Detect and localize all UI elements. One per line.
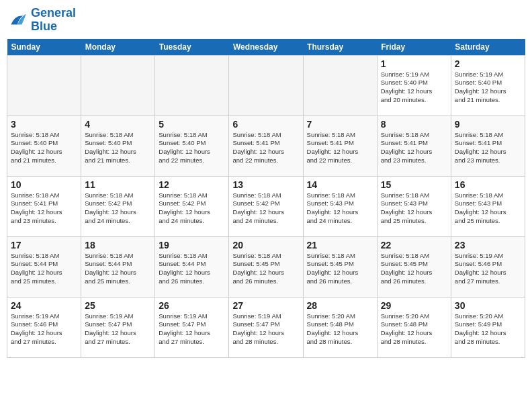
day-info: Sunrise: 5:18 AM Sunset: 5:44 PM Dayligh… [85,252,151,286]
day-number: 26 [159,300,225,311]
day-number: 22 [381,240,447,250]
day-cell: 12Sunrise: 5:18 AM Sunset: 5:42 PM Dayli… [155,176,229,236]
day-cell: 18Sunrise: 5:18 AM Sunset: 5:44 PM Dayli… [81,236,155,297]
day-cell: 26Sunrise: 5:19 AM Sunset: 5:47 PM Dayli… [155,297,229,357]
weekday-header-tuesday: Tuesday [155,39,229,56]
day-info: Sunrise: 5:20 AM Sunset: 5:48 PM Dayligh… [381,312,447,347]
day-info: Sunrise: 5:18 AM Sunset: 5:40 PM Dayligh… [85,131,151,165]
day-number: 19 [159,240,225,250]
day-cell: 2Sunrise: 5:19 AM Sunset: 5:40 PM Daylig… [451,55,525,116]
day-cell: 16Sunrise: 5:18 AM Sunset: 5:43 PM Dayli… [451,176,525,236]
day-info: Sunrise: 5:18 AM Sunset: 5:41 PM Dayligh… [307,131,373,165]
day-cell: 20Sunrise: 5:18 AM Sunset: 5:45 PM Dayli… [229,236,303,297]
day-info: Sunrise: 5:18 AM Sunset: 5:43 PM Dayligh… [455,191,521,226]
day-number: 8 [381,119,447,130]
day-cell: 11Sunrise: 5:18 AM Sunset: 5:42 PM Dayli… [81,176,155,236]
day-info: Sunrise: 5:19 AM Sunset: 5:40 PM Dayligh… [455,71,521,105]
day-cell: 17Sunrise: 5:18 AM Sunset: 5:44 PM Dayli… [7,236,81,297]
day-cell: 4Sunrise: 5:18 AM Sunset: 5:40 PM Daylig… [81,116,155,176]
day-info: Sunrise: 5:19 AM Sunset: 5:46 PM Dayligh… [11,312,77,347]
day-cell [81,55,155,116]
day-info: Sunrise: 5:18 AM Sunset: 5:40 PM Dayligh… [159,131,225,165]
day-number: 5 [159,119,225,130]
day-cell: 25Sunrise: 5:19 AM Sunset: 5:47 PM Dayli… [81,297,155,357]
day-number: 28 [307,300,373,311]
day-info: Sunrise: 5:19 AM Sunset: 5:46 PM Dayligh… [455,252,521,286]
day-info: Sunrise: 5:18 AM Sunset: 5:41 PM Dayligh… [232,131,299,165]
weekday-header-friday: Friday [377,39,451,56]
day-number: 10 [11,179,77,190]
day-info: Sunrise: 5:18 AM Sunset: 5:43 PM Dayligh… [381,191,447,226]
day-number: 30 [455,300,521,311]
day-number: 7 [307,119,373,130]
day-info: Sunrise: 5:18 AM Sunset: 5:42 PM Dayligh… [232,191,299,226]
day-cell: 3Sunrise: 5:18 AM Sunset: 5:40 PM Daylig… [7,116,81,176]
day-cell [155,55,229,116]
day-cell [303,55,377,116]
day-number: 2 [455,58,521,69]
day-cell: 15Sunrise: 5:18 AM Sunset: 5:43 PM Dayli… [377,176,451,236]
day-number: 12 [159,179,225,190]
day-number: 24 [11,300,77,311]
day-info: Sunrise: 5:18 AM Sunset: 5:44 PM Dayligh… [159,252,225,286]
day-number: 6 [232,119,299,130]
day-number: 25 [85,300,151,311]
day-cell: 23Sunrise: 5:19 AM Sunset: 5:46 PM Dayli… [451,236,525,297]
day-cell: 13Sunrise: 5:18 AM Sunset: 5:42 PM Dayli… [229,176,303,236]
day-info: Sunrise: 5:18 AM Sunset: 5:45 PM Dayligh… [232,252,299,286]
weekday-header-row: SundayMondayTuesdayWednesdayThursdayFrid… [7,39,525,56]
day-number: 16 [455,179,521,190]
day-cell: 9Sunrise: 5:18 AM Sunset: 5:41 PM Daylig… [451,116,525,176]
day-number: 3 [11,119,77,130]
weekday-header-saturday: Saturday [451,39,525,56]
logo-icon [7,9,28,31]
day-number: 17 [11,240,77,250]
day-number: 4 [85,119,151,130]
day-number: 15 [381,179,447,190]
day-info: Sunrise: 5:20 AM Sunset: 5:49 PM Dayligh… [455,312,521,347]
day-info: Sunrise: 5:18 AM Sunset: 5:43 PM Dayligh… [307,191,373,226]
day-cell: 5Sunrise: 5:18 AM Sunset: 5:40 PM Daylig… [155,116,229,176]
day-cell [229,55,303,116]
day-number: 21 [307,240,373,250]
day-cell: 21Sunrise: 5:18 AM Sunset: 5:45 PM Dayli… [303,236,377,297]
weekday-header-thursday: Thursday [303,39,377,56]
logo-text: General Blue [31,7,76,34]
day-cell: 28Sunrise: 5:20 AM Sunset: 5:48 PM Dayli… [303,297,377,357]
week-row-5: 24Sunrise: 5:19 AM Sunset: 5:46 PM Dayli… [7,297,525,357]
weekday-header-monday: Monday [81,39,155,56]
day-info: Sunrise: 5:19 AM Sunset: 5:47 PM Dayligh… [159,312,225,347]
calendar-table: SundayMondayTuesdayWednesdayThursdayFrid… [7,39,525,358]
day-info: Sunrise: 5:18 AM Sunset: 5:41 PM Dayligh… [11,191,77,226]
week-row-2: 3Sunrise: 5:18 AM Sunset: 5:40 PM Daylig… [7,116,525,176]
day-info: Sunrise: 5:18 AM Sunset: 5:42 PM Dayligh… [85,191,151,226]
day-cell: 10Sunrise: 5:18 AM Sunset: 5:41 PM Dayli… [7,176,81,236]
day-cell: 7Sunrise: 5:18 AM Sunset: 5:41 PM Daylig… [303,116,377,176]
day-number: 18 [85,240,151,250]
day-info: Sunrise: 5:19 AM Sunset: 5:47 PM Dayligh… [85,312,151,347]
day-info: Sunrise: 5:18 AM Sunset: 5:45 PM Dayligh… [381,252,447,286]
day-cell: 1Sunrise: 5:19 AM Sunset: 5:40 PM Daylig… [377,55,451,116]
day-info: Sunrise: 5:18 AM Sunset: 5:40 PM Dayligh… [11,131,77,165]
day-number: 20 [232,240,299,250]
day-number: 9 [455,119,521,130]
day-cell: 6Sunrise: 5:18 AM Sunset: 5:41 PM Daylig… [229,116,303,176]
day-cell: 29Sunrise: 5:20 AM Sunset: 5:48 PM Dayli… [377,297,451,357]
logo: General Blue [7,7,76,34]
day-number: 11 [85,179,151,190]
weekday-header-sunday: Sunday [7,39,81,56]
day-info: Sunrise: 5:18 AM Sunset: 5:44 PM Dayligh… [11,252,77,286]
day-cell: 24Sunrise: 5:19 AM Sunset: 5:46 PM Dayli… [7,297,81,357]
day-info: Sunrise: 5:20 AM Sunset: 5:48 PM Dayligh… [307,312,373,347]
weekday-header-wednesday: Wednesday [229,39,303,56]
day-info: Sunrise: 5:19 AM Sunset: 5:40 PM Dayligh… [381,71,447,105]
week-row-4: 17Sunrise: 5:18 AM Sunset: 5:44 PM Dayli… [7,236,525,297]
page-header: General Blue [7,7,525,34]
day-info: Sunrise: 5:18 AM Sunset: 5:41 PM Dayligh… [455,131,521,165]
day-number: 1 [381,58,447,69]
day-number: 27 [232,300,299,311]
day-cell: 22Sunrise: 5:18 AM Sunset: 5:45 PM Dayli… [377,236,451,297]
day-cell: 30Sunrise: 5:20 AM Sunset: 5:49 PM Dayli… [451,297,525,357]
week-row-3: 10Sunrise: 5:18 AM Sunset: 5:41 PM Dayli… [7,176,525,236]
day-info: Sunrise: 5:18 AM Sunset: 5:42 PM Dayligh… [159,191,225,226]
